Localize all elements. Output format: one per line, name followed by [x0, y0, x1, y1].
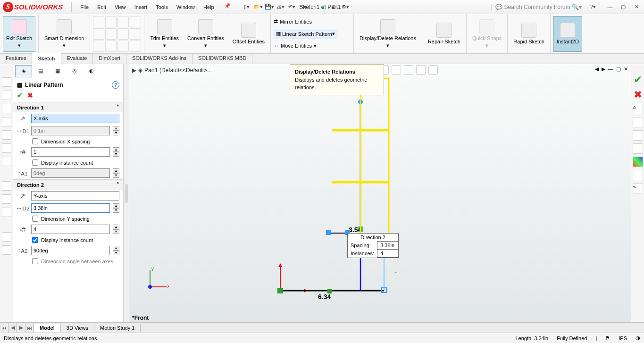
rs-4[interactable] — [633, 143, 643, 154]
offset-entities-button[interactable]: Offset Entities — [230, 16, 268, 52]
pm-help-icon[interactable]: ? — [112, 81, 119, 89]
text-tool[interactable] — [130, 28, 141, 40]
status-flag-icon[interactable]: ⚑ — [605, 335, 610, 341]
help-icon[interactable]: ?▾ — [588, 2, 598, 12]
slot-tool[interactable] — [93, 41, 104, 52]
close-icon[interactable]: ✕ — [632, 2, 641, 12]
left-ic-3[interactable] — [2, 104, 11, 113]
rs-6[interactable] — [633, 170, 643, 180]
convert-entities-button[interactable]: Convert Entities▾ — [184, 16, 227, 52]
pm-tab-display[interactable]: ▦ — [49, 65, 66, 77]
arc-tool[interactable] — [105, 28, 117, 40]
left-ic-10[interactable] — [2, 208, 11, 217]
pm-cancel-button[interactable]: ✖ — [27, 92, 33, 99]
mirror-entities-button[interactable]: ⇄Mirror Entities — [274, 16, 312, 27]
ellipse-tool[interactable] — [105, 41, 117, 52]
doc-max-icon[interactable]: ▢ — [616, 66, 621, 72]
tab-nav-first[interactable]: ⏮ — [0, 323, 8, 333]
tab-nav-last[interactable]: ⏭ — [25, 323, 34, 333]
left-ic-12[interactable] — [2, 245, 11, 255]
d1-spacing-input[interactable] — [31, 126, 110, 135]
rs-2[interactable] — [633, 117, 643, 127]
repair-sketch-button[interactable]: Repair Sketch — [425, 16, 463, 52]
save-icon[interactable]: 💾▾ — [265, 2, 274, 12]
status-end-icon[interactable]: ◑ — [636, 335, 640, 341]
d2-angle-input[interactable] — [31, 246, 110, 255]
rs-appearance-icon[interactable] — [633, 157, 643, 167]
tab-evaluate[interactable]: Evaluate — [61, 54, 93, 64]
pm-ok-button[interactable]: ✔ — [17, 92, 23, 99]
reverse-d2-icon[interactable]: ↗ — [17, 191, 28, 201]
exit-sketch-button[interactable]: Exit Sketch ▾ — [3, 16, 35, 52]
d1-count-spinner[interactable]: ▲▼ — [113, 147, 119, 157]
spline-tool[interactable] — [117, 16, 129, 27]
d2-spacing-spinner[interactable]: ▲▼ — [113, 203, 119, 213]
bottom-tab-model[interactable]: Model — [34, 324, 61, 332]
dim-bottom[interactable]: 6.34 — [318, 293, 331, 301]
d2-dim-angle-check[interactable] — [32, 258, 38, 264]
direction2-callout[interactable]: Direction 2 Spacing: 3.38in Instances: 4 — [347, 233, 399, 258]
point-tool[interactable] — [117, 41, 129, 52]
callout-instances-value[interactable]: 4 — [377, 250, 398, 258]
confirm-corner-cancel[interactable]: ✖ — [634, 89, 642, 101]
doc-close-icon[interactable]: ✕ — [624, 66, 628, 72]
tab-sketch[interactable]: Sketch — [32, 53, 61, 64]
tab-mbd[interactable]: SOLIDWORKS MBD — [192, 54, 252, 64]
menu-file[interactable]: File — [79, 1, 90, 13]
d2-count-spinner[interactable]: ▲▼ — [113, 225, 119, 234]
display-delete-relations-button[interactable]: Display/Delete Relations▾ — [357, 16, 419, 52]
polygon-tool[interactable] — [117, 28, 129, 40]
d1-spacing-spinner[interactable]: ▲▼ — [113, 126, 119, 135]
plane-tool[interactable] — [130, 41, 141, 52]
open-icon[interactable]: 📂▾ — [253, 2, 263, 12]
menu-insert[interactable]: Insert — [134, 1, 149, 13]
rebuild-icon[interactable]: ● — [318, 2, 327, 12]
dim-mid[interactable]: 3.54 — [349, 226, 361, 234]
d1-dim-spacing-check[interactable] — [32, 138, 38, 144]
menu-tools[interactable]: Tools — [155, 1, 169, 13]
left-ic-4[interactable] — [2, 117, 11, 126]
new-icon[interactable]: ▯▾ — [242, 2, 251, 12]
d2-axis-input[interactable] — [31, 191, 119, 201]
undo-icon[interactable]: ↶▾ — [287, 2, 297, 12]
search-box[interactable]: 💬 Search Community Forum 🔍▾ — [491, 4, 585, 10]
smart-dimension-button[interactable]: Smart Dimension ▾ — [42, 16, 87, 52]
select-icon[interactable]: ↖▾ — [299, 2, 308, 12]
left-ic-9[interactable] — [2, 194, 11, 204]
left-ic-11[interactable] — [2, 232, 11, 242]
doc-next-icon[interactable]: ▶ — [602, 66, 605, 72]
left-ic-1[interactable] — [2, 77, 11, 87]
settings-icon[interactable]: ⚙▾ — [341, 2, 350, 12]
pm-tab-config[interactable]: ▤ — [32, 65, 49, 77]
print-icon[interactable]: 🖨▾ — [276, 2, 285, 12]
left-ic-5[interactable] — [2, 130, 11, 140]
rapid-sketch-button[interactable]: Rapid Sketch — [510, 16, 547, 52]
d1-count-input[interactable] — [31, 147, 110, 157]
d2-display-count-check[interactable] — [32, 237, 38, 243]
pm-tab-5[interactable]: ◐ — [83, 65, 100, 77]
d2-count-input[interactable] — [31, 225, 110, 234]
d1-angle-spinner[interactable]: ▲▼ — [113, 168, 119, 178]
direction2-header[interactable]: Direction 2˄ — [13, 180, 123, 190]
menu-window[interactable]: Window — [176, 1, 196, 13]
doc-min-icon[interactable]: — — [608, 66, 613, 72]
trim-entities-button[interactable]: Trim Entities▾ — [147, 16, 182, 52]
view-triad[interactable]: Y X — [141, 266, 169, 294]
restore-icon[interactable]: ▢ — [619, 2, 628, 12]
tab-nav-next[interactable]: ▶ — [17, 323, 25, 333]
left-ic-2[interactable] — [2, 91, 11, 100]
d2-spacing-input[interactable] — [31, 203, 110, 213]
tab-dimxpert[interactable]: DimXpert — [93, 54, 126, 64]
d1-display-count-check[interactable] — [32, 159, 38, 166]
circle-tool[interactable] — [105, 16, 117, 27]
tab-nav-prev[interactable]: ◀ — [8, 323, 17, 333]
tab-features[interactable]: Features — [0, 54, 32, 64]
bottom-tab-motion[interactable]: Motion Study 1 — [94, 324, 141, 332]
status-units[interactable]: IPS — [619, 335, 627, 341]
rectangle-tool[interactable] — [93, 28, 104, 40]
minimize-icon[interactable]: — — [605, 2, 615, 12]
move-entities-button[interactable]: ↔Move Entities▾ — [274, 40, 317, 51]
pm-tab-feature[interactable]: ◈ — [15, 65, 32, 77]
left-ic-6[interactable] — [2, 143, 11, 153]
left-ic-7[interactable] — [2, 157, 11, 166]
